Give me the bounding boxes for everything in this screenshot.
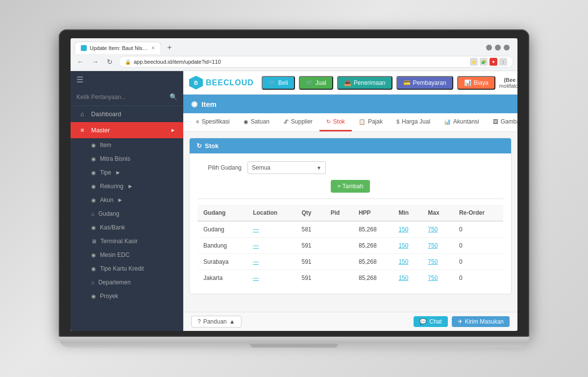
jual-icon: 🛒 bbox=[306, 79, 313, 86]
cell-location[interactable]: — bbox=[247, 254, 295, 270]
sidebar-item-edc[interactable]: ◉ Mesin EDC bbox=[71, 248, 183, 262]
ext-icon-menu[interactable]: ⋮ bbox=[499, 58, 507, 66]
ext-icon-3: ● bbox=[490, 58, 497, 66]
user-company: (Bee Distributor)(PLAT) bbox=[499, 77, 517, 83]
tab-spesifikasi[interactable]: ≡ Spesifikasi bbox=[189, 113, 237, 131]
brand-name: BEECLOUD bbox=[206, 78, 254, 87]
nav-jual-button[interactable]: 🛒 Jual bbox=[299, 76, 333, 90]
back-button[interactable]: ← bbox=[74, 56, 86, 68]
browser-titlebar: Update Item: Baut Nissan Kanan × + bbox=[71, 38, 517, 54]
screen: Update Item: Baut Nissan Kanan × + ← → ↻ bbox=[71, 38, 517, 331]
sidebar-item-tipe[interactable]: ◉ Tipe ► bbox=[71, 166, 183, 179]
col-min: Min bbox=[392, 205, 422, 221]
cell-reorder: 0 bbox=[453, 254, 503, 270]
tab-supplier[interactable]: 🖇 Supplier bbox=[276, 113, 319, 131]
url-text: app.beecloud.id/item/update?id=110 bbox=[134, 59, 221, 65]
sidebar-item-terminal[interactable]: 🖥 Terminal Kasir bbox=[71, 234, 183, 248]
sidebar-item-gudang[interactable]: ⌂ Gudang bbox=[71, 207, 183, 221]
stok-table: Gudang Location Qty Pid HPP Min Max Re-O… bbox=[197, 205, 503, 286]
sidebar-label-item: Item bbox=[100, 142, 111, 149]
chat-button[interactable]: 💬 Chat bbox=[414, 316, 447, 327]
sidebar-item-kasbank[interactable]: ◉ Kas/Bank bbox=[71, 221, 183, 234]
tab-satuan[interactable]: ◉ Satuan bbox=[237, 113, 276, 131]
gudang-select-chevron: ▼ bbox=[317, 165, 321, 171]
cell-min[interactable]: 150 bbox=[392, 270, 422, 286]
sidebar-item-mitra[interactable]: ◉ Mitra Bisnis bbox=[71, 152, 183, 166]
cell-max[interactable]: 750 bbox=[422, 254, 453, 270]
browser-tab[interactable]: Update Item: Baut Nissan Kanan × bbox=[74, 42, 161, 54]
beli-icon: 🛒 bbox=[269, 79, 276, 86]
sidebar-item-akun[interactable]: ◉ Akun ► bbox=[71, 193, 183, 207]
tab-stok[interactable]: ↻ Stok bbox=[319, 113, 352, 131]
cell-pid bbox=[325, 270, 353, 286]
minimize-button[interactable] bbox=[486, 45, 492, 50]
cell-location[interactable]: — bbox=[247, 221, 295, 238]
sidebar-label-kasbank: Kas/Bank bbox=[100, 224, 125, 231]
stok-card: ↻ Stok Pilih Gudang Semua ▼ bbox=[189, 138, 512, 294]
tab-close-button[interactable]: × bbox=[151, 45, 155, 51]
panduan-icon: ? bbox=[197, 318, 201, 325]
lock-icon: 🔒 bbox=[125, 59, 131, 65]
sidebar-label-gudang: Gudang bbox=[98, 210, 120, 217]
tab-pajak[interactable]: 📋 Pajak bbox=[352, 113, 390, 131]
laptop-frame: Update Item: Baut Nissan Kanan × + ← → ↻ bbox=[59, 29, 529, 348]
stok-tab-icon: ↻ bbox=[326, 119, 331, 125]
col-max: Max bbox=[422, 205, 453, 221]
spesifikasi-tab-icon: ≡ bbox=[196, 119, 199, 125]
cell-max[interactable]: 750 bbox=[422, 270, 453, 286]
top-navbar: B BEECLOUD 🛒 Beli 🛒 Jual bbox=[183, 71, 517, 95]
restore-button[interactable] bbox=[495, 45, 501, 50]
sidebar-item-proyek[interactable]: ◉ Proyek bbox=[71, 289, 183, 303]
sidebar-item-dashboard[interactable]: ⌂ Dashboard bbox=[71, 106, 183, 122]
cell-location[interactable]: — bbox=[247, 238, 295, 254]
cell-reorder: 0 bbox=[453, 238, 503, 254]
tab-akuntansi[interactable]: 📊 Akuntansi bbox=[437, 113, 486, 131]
mitra-icon: ◉ bbox=[91, 156, 96, 162]
tab-bar: ≡ Spesifikasi ◉ Satuan 🖇 Supplier bbox=[183, 113, 517, 132]
sidebar-item-kartu[interactable]: ◉ Tipe Kartu Kredit bbox=[71, 262, 183, 276]
sidebar-item-master[interactable]: ≡ Master ► bbox=[71, 122, 183, 138]
sidebar-item-departemen[interactable]: ⌂ Departemen bbox=[71, 276, 183, 289]
nav-biaya-button[interactable]: 📊 Biaya bbox=[457, 76, 495, 90]
col-gudang: Gudang bbox=[197, 205, 247, 221]
sidebar-label-proyek: Proyek bbox=[100, 293, 118, 300]
cell-gudang: Surabaya bbox=[197, 254, 247, 270]
tab-hargajual[interactable]: $ Harga Jual bbox=[390, 113, 437, 131]
table-row: Bandung — 591 85,268 150 750 0 bbox=[197, 238, 503, 254]
separator bbox=[197, 199, 503, 199]
nav-beli-button[interactable]: 🛒 Beli bbox=[262, 76, 295, 90]
col-location: Location bbox=[247, 205, 295, 221]
cell-pid bbox=[325, 221, 353, 238]
address-bar[interactable]: 🔒 app.beecloud.id/item/update?id=110 ⭐ 🧩… bbox=[119, 56, 514, 68]
cell-location[interactable]: — bbox=[247, 270, 295, 286]
sidebar-item-item[interactable]: ◉ Item bbox=[71, 138, 183, 152]
ext-icon-1: ⭐ bbox=[470, 58, 478, 66]
gudang-select[interactable]: Semua ▼ bbox=[247, 161, 326, 174]
forward-button[interactable]: → bbox=[89, 56, 101, 68]
pilih-gudang-label: Pilih Gudang bbox=[197, 164, 242, 171]
hamburger-button[interactable]: ☰ bbox=[71, 71, 183, 88]
sidebar-item-rekuring[interactable]: ◉ Rekuring ► bbox=[71, 179, 183, 193]
cell-min[interactable]: 150 bbox=[392, 221, 422, 238]
cell-max[interactable]: 750 bbox=[422, 221, 453, 238]
new-tab-button[interactable]: + bbox=[163, 41, 176, 54]
close-button[interactable] bbox=[504, 45, 510, 50]
tambah-button[interactable]: + Tambah bbox=[331, 180, 370, 193]
page-title: Item bbox=[201, 100, 217, 108]
col-qty: Qty bbox=[296, 205, 325, 221]
sidebar-search-input[interactable] bbox=[76, 94, 167, 101]
panduan-button[interactable]: ? Panduan ▲ bbox=[191, 316, 242, 327]
tab-gambar[interactable]: 🖼 Gambar bbox=[486, 113, 517, 131]
nav-penerimaan-button[interactable]: 📥 Penerimaan bbox=[337, 76, 392, 90]
nav-pembayaran-button[interactable]: 💳 Pembayaran bbox=[396, 76, 453, 90]
sidebar-label-akun: Akun bbox=[100, 197, 113, 203]
gudang-icon: ⌂ bbox=[91, 211, 95, 217]
reload-button[interactable]: ↻ bbox=[104, 56, 116, 68]
browser-addressbar: ← → ↻ 🔒 app.beecloud.id/item/update?id=1… bbox=[71, 54, 517, 71]
cell-min[interactable]: 150 bbox=[392, 238, 422, 254]
navbar-user: (Bee Distributor)(PLAT) motifatormuda@gm… bbox=[499, 77, 517, 89]
cell-min[interactable]: 150 bbox=[392, 254, 422, 270]
cell-max[interactable]: 750 bbox=[422, 238, 453, 254]
laptop-base bbox=[59, 337, 529, 348]
kirim-masukan-button[interactable]: ✈ Kirim Masukan bbox=[452, 316, 510, 327]
